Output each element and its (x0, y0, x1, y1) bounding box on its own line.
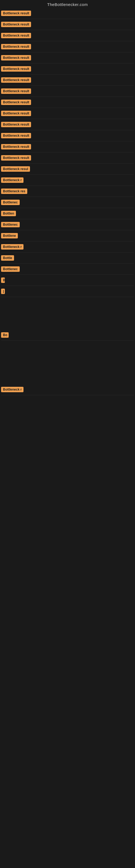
gap-section-3 (1, 395, 134, 439)
list-item[interactable]: Bottleneck result (1, 130, 134, 141)
list-item[interactable]: Bottleneck result (1, 30, 134, 41)
list-item[interactable]: Bottleneck result (1, 108, 134, 119)
bottleneck-badge[interactable]: Bottleneck result (1, 144, 31, 150)
bottleneck-badge[interactable]: Bottle (1, 255, 14, 261)
list-item[interactable]: Bottlenec (1, 264, 134, 275)
gap-section-1 (1, 297, 134, 330)
bottleneck-badge[interactable]: Bottleneck result (1, 10, 31, 16)
bottleneck-badge[interactable]: B (1, 278, 5, 283)
list-item[interactable]: Bottlenec (1, 219, 134, 230)
bottleneck-badge[interactable]: Bottleneck result (1, 33, 31, 38)
list-item[interactable]: Bottleneck result (1, 52, 134, 63)
bottleneck-badge[interactable]: Bottlenec (1, 267, 20, 272)
list-item[interactable]: Bottleneck result (1, 97, 134, 108)
list-item[interactable]: Bottleneck result (1, 152, 134, 163)
bottleneck-badge[interactable]: Bottleneck result (1, 88, 31, 94)
list-item[interactable]: Bo (1, 330, 134, 341)
bottleneck-badge[interactable]: Bottlenec (1, 222, 20, 227)
bottleneck-badge[interactable]: Bottleneck r (1, 177, 24, 183)
list-item[interactable]: Bottleneck r (1, 384, 134, 395)
bottleneck-badge[interactable]: Bottleneck result (1, 133, 31, 138)
list-item[interactable]: Bottleneck resul (1, 163, 134, 175)
bottleneck-badge[interactable]: Bottleneck result (1, 55, 31, 61)
bottleneck-badge[interactable]: Bottlenec (1, 199, 20, 205)
bottleneck-badge[interactable]: Bottleneck result (1, 155, 31, 161)
bottleneck-badge[interactable]: Bottleneck result (1, 66, 31, 72)
bottleneck-badge[interactable]: Bo (1, 332, 9, 338)
list-item[interactable]: Bottleneck result (1, 63, 134, 74)
list-item[interactable]: Bottleneck r (1, 241, 134, 252)
list-item[interactable]: B (1, 275, 134, 286)
list-item[interactable]: Bottle (1, 252, 134, 264)
list-item[interactable]: Bottleneck result (1, 86, 134, 97)
bottleneck-badge[interactable]: Bottleneck r (1, 387, 24, 392)
list-item[interactable]: Bottleneck res (1, 186, 134, 197)
list-item[interactable]: Bottleneck result (1, 141, 134, 152)
list-item[interactable]: | (1, 286, 134, 297)
bottleneck-badge[interactable]: Bottleneck result (1, 22, 31, 27)
bottleneck-badge[interactable]: Bottleneck res (1, 188, 27, 194)
bottleneck-badge[interactable]: Bottleneck result (1, 77, 31, 83)
list-item[interactable]: Bottlene (1, 230, 134, 241)
bottleneck-badge[interactable]: Bottleneck resul (1, 166, 30, 172)
bottleneck-badge[interactable]: Bottleneck r (1, 244, 24, 250)
list-item[interactable]: Bottleneck result (1, 19, 134, 30)
bottleneck-badge[interactable]: Bottlene (1, 233, 18, 239)
bottleneck-badge[interactable]: Bottleneck result (1, 99, 31, 105)
list-item[interactable]: Bottlenec (1, 197, 134, 208)
list-item[interactable]: Bottleneck result (1, 8, 134, 19)
items-list: Bottleneck result Bottleneck result Bott… (0, 8, 135, 439)
list-item[interactable]: Bottleneck result (1, 41, 134, 52)
bottleneck-badge[interactable]: Bottleneck result (1, 44, 31, 50)
gap-section-2 (1, 341, 134, 384)
site-header: TheBottlenecker.com (0, 0, 135, 8)
list-item[interactable]: Bottleneck result (1, 119, 134, 130)
list-item[interactable]: Bottlen (1, 208, 134, 219)
bottleneck-badge[interactable]: Bottlen (1, 211, 16, 216)
bottleneck-badge[interactable]: Bottleneck result (1, 111, 31, 116)
list-item[interactable]: Bottleneck result (1, 74, 134, 86)
list-item[interactable]: Bottleneck r (1, 175, 134, 186)
bottleneck-badge[interactable]: | (1, 289, 5, 294)
bottleneck-badge[interactable]: Bottleneck result (1, 122, 31, 127)
